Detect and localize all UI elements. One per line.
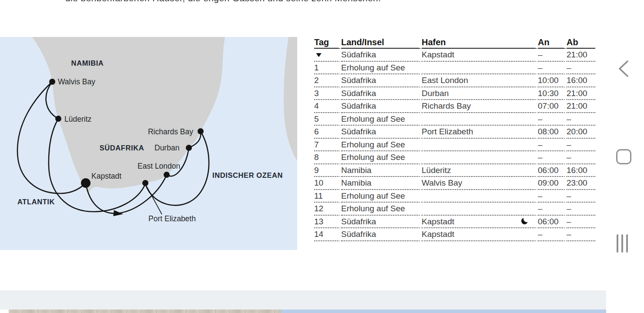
port-name-text: Port Elizabeth (422, 127, 473, 136)
cell-hafen: Walvis Bay (422, 177, 538, 190)
cell-ab: – (567, 203, 595, 216)
ship-position-icon: ▼ (314, 52, 323, 58)
cell-tag: 2 (314, 74, 341, 87)
cell-ab: 16:00 (567, 164, 595, 177)
itinerary-row: 13SüdafrikaKapstadt06:00– (314, 216, 595, 229)
cell-hafen (422, 139, 538, 152)
cell-tag: 14 (314, 228, 341, 241)
cell-tag: 12 (314, 203, 341, 216)
dot-east-london (164, 172, 170, 178)
cell-ab: – (567, 113, 595, 126)
itinerary-row: 4SüdafrikaRichards Bay07:0021:00 (314, 100, 595, 113)
recents-bars-icon (617, 234, 631, 253)
label-kapstadt: Kapstadt (91, 172, 121, 180)
itinerary-table: Tag Land/Insel Hafen An Ab ▼SüdafrikaKap… (314, 37, 595, 241)
cell-ab: – (567, 216, 595, 229)
cell-an: – (538, 190, 567, 203)
cell-hafen: Kapstadt (422, 216, 538, 229)
cell-hafen (422, 151, 538, 164)
cell-tag: 7 (314, 139, 341, 152)
cell-an: 08:00 (538, 126, 567, 139)
cell-hafen (422, 203, 538, 216)
cell-land: Südafrika (341, 49, 422, 62)
dot-richards-bay (198, 128, 204, 134)
itinerary-table-body: ▼SüdafrikaKapstadt–21:001Erholung auf Se… (314, 49, 595, 241)
cell-hafen: Kapstadt (422, 49, 538, 62)
itinerary-map: NAMIBIA SÜDAFRIKA ATLANTIK INDISCHER OZE… (0, 37, 297, 250)
dot-luederitz (55, 116, 61, 122)
nav-home-button[interactable] (616, 149, 632, 164)
next-section-photo-edge (9, 310, 281, 313)
dot-walvis-bay (49, 79, 55, 85)
itinerary-row: 7Erholung auf See–– (314, 139, 595, 152)
cell-an: 10:30 (538, 87, 567, 100)
cell-hafen: Port Elizabeth (422, 126, 538, 139)
home-rounded-square-icon (616, 149, 631, 164)
cell-hafen: Kapstadt (422, 228, 538, 241)
cell-an: 06:00 (538, 164, 567, 177)
label-port-elizabeth: Port Elizabeth (148, 214, 196, 223)
header-an: An (538, 37, 567, 49)
itinerary-row: 3SüdafrikaDurban10:3021:00 (314, 87, 595, 100)
cell-land: Südafrika (341, 100, 422, 113)
cell-an: 10:00 (538, 74, 567, 87)
cell-an: 06:00 (538, 216, 567, 229)
cell-ab: – (567, 151, 595, 164)
label-durban: Durban (154, 143, 179, 152)
cell-tag: 11 (314, 190, 341, 203)
cell-ab: – (567, 62, 595, 75)
clipped-paragraph: die bonbonfarbenen Häuser, die engen Gas… (65, 0, 457, 2)
cell-tag: 10 (314, 177, 341, 190)
itinerary-row: 11Erholung auf See–– (314, 190, 595, 203)
cell-an: – (538, 113, 567, 126)
cell-tag: 8 (314, 151, 341, 164)
cell-an: 07:00 (538, 100, 567, 113)
cell-ab: 21:00 (567, 87, 595, 100)
nav-recents-button[interactable] (617, 234, 631, 253)
cell-ab: – (567, 190, 595, 203)
itinerary-row: 8Erholung auf See–– (314, 151, 595, 164)
itinerary-row: 12Erholung auf See–– (314, 203, 595, 216)
itinerary-row: 10NamibiaWalvis Bay09:0023:00 (314, 177, 595, 190)
section-divider-band (0, 290, 606, 310)
cell-tag: 6 (314, 126, 341, 139)
cell-hafen: Lüderitz (422, 164, 538, 177)
cell-an: 09:00 (538, 177, 567, 190)
header-land: Land/Insel (341, 37, 422, 49)
port-name-text: Walvis Bay (422, 178, 462, 187)
itinerary-header-row: Tag Land/Insel Hafen An Ab (314, 37, 595, 49)
cell-tag: 1 (314, 62, 341, 75)
label-luederitz: Lüderitz (64, 115, 91, 123)
label-atlantik: ATLANTIK (17, 198, 55, 206)
label-namibia: NAMIBIA (71, 59, 104, 67)
cell-land: Namibia (341, 177, 422, 190)
cell-hafen (422, 190, 538, 203)
port-name-text: Kapstadt (422, 230, 454, 239)
cell-an: – (538, 62, 567, 75)
nav-back-button[interactable] (616, 60, 631, 77)
itinerary-row: 5Erholung auf See–– (314, 113, 595, 126)
cell-hafen (422, 113, 538, 126)
cell-land: Erholung auf See (341, 151, 422, 164)
cell-land: Südafrika (341, 228, 422, 241)
cell-land: Erholung auf See (341, 139, 422, 152)
port-name-text: Richards Bay (422, 101, 471, 110)
cell-ab: – (567, 228, 595, 241)
dot-durban (186, 145, 192, 151)
cell-ab: – (567, 139, 595, 152)
itinerary-row: 9NamibiaLüderitz06:0016:00 (314, 164, 595, 177)
map-svg: NAMIBIA SÜDAFRIKA ATLANTIK INDISCHER OZE… (0, 37, 297, 250)
cell-ab: 20:00 (567, 126, 595, 139)
label-suedafrika: SÜDAFRIKA (100, 144, 144, 152)
label-indischer-ozean: INDISCHER OZEAN (212, 171, 283, 179)
itinerary-row: 14SüdafrikaKapstadt–– (314, 228, 595, 241)
cell-tag: ▼ (314, 49, 341, 62)
cell-land: Südafrika (341, 74, 422, 87)
dot-kapstadt (81, 178, 91, 188)
cell-tag: 3 (314, 87, 341, 100)
itinerary-row: 6SüdafrikaPort Elizabeth08:0020:00 (314, 126, 595, 139)
cell-land: Erholung auf See (341, 62, 422, 75)
itinerary-row: ▼SüdafrikaKapstadt–21:00 (314, 49, 595, 62)
port-name-text: East London (422, 76, 468, 85)
port-name-text: Kapstadt (422, 217, 454, 226)
